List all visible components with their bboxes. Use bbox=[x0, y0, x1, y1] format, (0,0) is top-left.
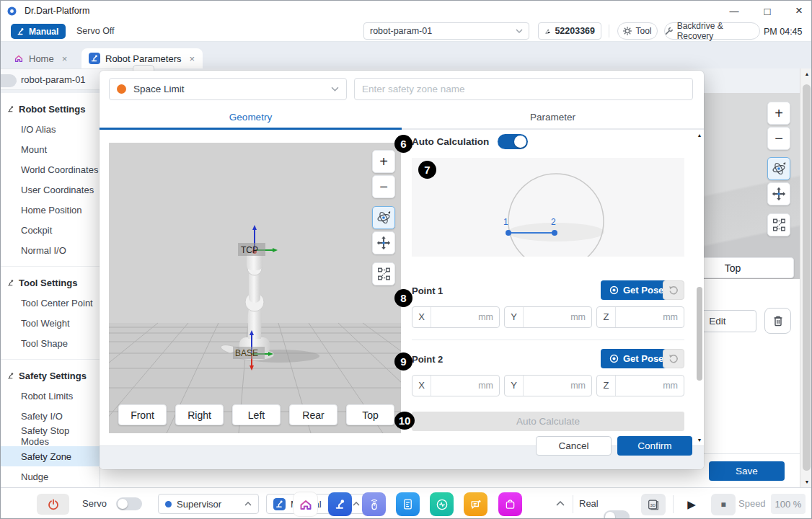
scroll-down-icon[interactable]: ▼ bbox=[695, 438, 704, 443]
scroll-up-icon[interactable]: ▲ bbox=[695, 133, 704, 138]
pan-view-button[interactable] bbox=[767, 182, 790, 205]
param-file-name: robot-param-01 bbox=[21, 74, 86, 85]
view-top-button[interactable]: Top bbox=[346, 404, 394, 425]
sidebar-item-home-position[interactable]: Home Position bbox=[1, 200, 100, 220]
close-icon[interactable]: × bbox=[787, 2, 811, 19]
dock-icon-message[interactable] bbox=[464, 492, 487, 516]
tab-parameter[interactable]: Parameter bbox=[402, 105, 704, 128]
orbit-view-button[interactable] bbox=[767, 157, 790, 180]
zoom-in-button[interactable]: + bbox=[767, 102, 790, 125]
sidebar-item-user-coordinates[interactable]: User Coordinates bbox=[1, 179, 100, 200]
scroll-up-icon[interactable]: ▲ bbox=[800, 71, 812, 76]
tab-home-close-icon[interactable]: × bbox=[62, 53, 68, 64]
scrollbar-thumb[interactable] bbox=[803, 84, 811, 471]
view-front-button[interactable]: Front bbox=[118, 404, 167, 425]
tab-robot-parameters-close-icon[interactable]: × bbox=[190, 53, 195, 64]
zone-type-select[interactable]: Space Limit bbox=[109, 78, 347, 100]
tab-home[interactable]: Home × bbox=[6, 48, 74, 68]
zone-name-input[interactable] bbox=[354, 78, 693, 100]
delete-button[interactable] bbox=[764, 308, 791, 334]
role-select[interactable]: Supervisor bbox=[158, 494, 259, 514]
window-scrollbar[interactable]: ▲ ▼ bbox=[800, 68, 812, 487]
servo-status: Servo Off bbox=[76, 26, 115, 36]
manual-mode-button[interactable]: Manual bbox=[11, 24, 66, 39]
dock-icon-robot-parameters[interactable] bbox=[328, 492, 352, 516]
sidebar-item-safety-zone[interactable]: Safety Zone bbox=[1, 446, 100, 466]
zoom-in-button[interactable]: + bbox=[372, 150, 395, 173]
point1-get-pose-button[interactable]: Get Pose bbox=[601, 280, 672, 300]
scroll-down-icon[interactable]: ▼ bbox=[800, 479, 812, 484]
orbit-view-button[interactable] bbox=[372, 206, 395, 229]
sidebar-item-robot-limits[interactable]: Robot Limits bbox=[1, 386, 100, 406]
maximize-icon[interactable]: □ bbox=[755, 2, 780, 19]
point2-reset-button[interactable] bbox=[663, 349, 684, 368]
cancel-button[interactable]: Cancel bbox=[536, 436, 612, 456]
sidebar-item-io-alias[interactable]: I/O Alias bbox=[1, 119, 100, 139]
sidebar-item-normal-io[interactable]: Normal I/O bbox=[1, 240, 100, 260]
dock-icon-jog[interactable] bbox=[362, 492, 386, 516]
sidebar-item-mount[interactable]: Mount bbox=[1, 139, 100, 159]
tool-button[interactable]: Tool bbox=[617, 22, 658, 40]
sidebar-item-tool-center-point[interactable]: Tool Center Point bbox=[1, 293, 100, 313]
point1-y-input[interactable] bbox=[524, 312, 565, 323]
point2-z-input[interactable] bbox=[616, 381, 657, 391]
dock-icon-task-writer[interactable] bbox=[396, 492, 420, 516]
point1-z-field[interactable]: Zmm bbox=[596, 306, 684, 328]
power-button[interactable] bbox=[37, 494, 69, 515]
backdrive-label: Backdrive & Recovery bbox=[677, 21, 759, 41]
dock-icon-monitoring[interactable] bbox=[430, 492, 454, 516]
dock-icon-home[interactable] bbox=[294, 492, 317, 516]
view-right-button[interactable]: Right bbox=[175, 404, 224, 425]
servo-toggle[interactable] bbox=[116, 497, 142, 510]
point1-reset-button[interactable] bbox=[663, 280, 684, 300]
point2-x-field[interactable]: Xmm bbox=[412, 375, 500, 396]
sidebar-item-cockpit[interactable]: Cockpit bbox=[1, 220, 100, 240]
sidebar-item-safety-stop-modes[interactable]: Safety Stop Modes bbox=[1, 426, 100, 446]
tab-geometry[interactable]: Geometry bbox=[100, 105, 402, 128]
settings-lock-toggle[interactable] bbox=[0, 74, 17, 87]
play-button[interactable]: ▶ bbox=[679, 494, 704, 515]
stop-button[interactable]: ■ bbox=[711, 494, 736, 515]
point1-z-input[interactable] bbox=[616, 312, 657, 323]
auto-calculation-toggle[interactable] bbox=[498, 134, 528, 149]
real-toggle[interactable] bbox=[604, 510, 630, 519]
point2-y-field[interactable]: Ymm bbox=[504, 375, 592, 396]
scrollbar-thumb[interactable] bbox=[697, 287, 702, 381]
zoom-out-button[interactable]: − bbox=[767, 127, 790, 150]
view-rear-button[interactable]: Rear bbox=[289, 404, 337, 425]
measure-button[interactable] bbox=[767, 213, 790, 236]
speed-value[interactable]: 100 % bbox=[771, 494, 806, 514]
pan-view-button[interactable] bbox=[372, 231, 395, 254]
point1-y-field[interactable]: Ymm bbox=[504, 306, 592, 328]
base-label: BASE bbox=[235, 348, 258, 358]
backdrive-recovery-button[interactable]: Backdrive & Recovery bbox=[664, 22, 760, 40]
dialog-scrollbar[interactable]: ▲ ▼ bbox=[695, 133, 704, 443]
measure-button[interactable] bbox=[372, 262, 395, 285]
gear-icon bbox=[623, 27, 632, 35]
point1-x-field[interactable]: Xmm bbox=[412, 306, 500, 328]
sidebar-item-tool-shape[interactable]: Tool Shape bbox=[1, 333, 100, 353]
point1-x-input[interactable] bbox=[431, 312, 472, 323]
simulator-3d-button[interactable]: 3D bbox=[641, 494, 666, 515]
point2-get-pose-button[interactable]: Get Pose bbox=[601, 349, 672, 368]
dock-icon-store[interactable] bbox=[498, 492, 522, 516]
minimize-icon[interactable]: — bbox=[722, 2, 746, 19]
zoom-out-button[interactable]: − bbox=[372, 175, 395, 198]
confirm-button[interactable]: Confirm bbox=[617, 436, 692, 456]
sidebar-item-tool-weight[interactable]: Tool Weight bbox=[1, 313, 100, 333]
save-button[interactable]: Save bbox=[709, 461, 785, 481]
point2-z-field[interactable]: Zmm bbox=[596, 375, 684, 396]
robot-lock-icon bbox=[544, 27, 550, 36]
dialog-3d-viewport[interactable]: TCP BASE + − bbox=[109, 143, 401, 433]
sidebar-item-safety-io[interactable]: Safety I/O bbox=[1, 406, 100, 426]
safety-settings-icon bbox=[6, 371, 15, 380]
param-select[interactable]: robot-param-01 bbox=[363, 22, 529, 40]
sidebar-item-nudge[interactable]: Nudge bbox=[1, 466, 100, 487]
safety-zone-dialog: Space Limit Geometry Parameter bbox=[100, 71, 704, 469]
view-left-button[interactable]: Left bbox=[232, 404, 281, 425]
sidebar-item-world-coordinates[interactable]: World Coordinates bbox=[1, 159, 100, 179]
point2-x-input[interactable] bbox=[431, 381, 472, 391]
auto-calculate-button[interactable]: Auto Calculate bbox=[412, 412, 684, 431]
dock-collapse-chevron-icon[interactable] bbox=[556, 501, 565, 506]
point2-y-input[interactable] bbox=[524, 381, 565, 391]
